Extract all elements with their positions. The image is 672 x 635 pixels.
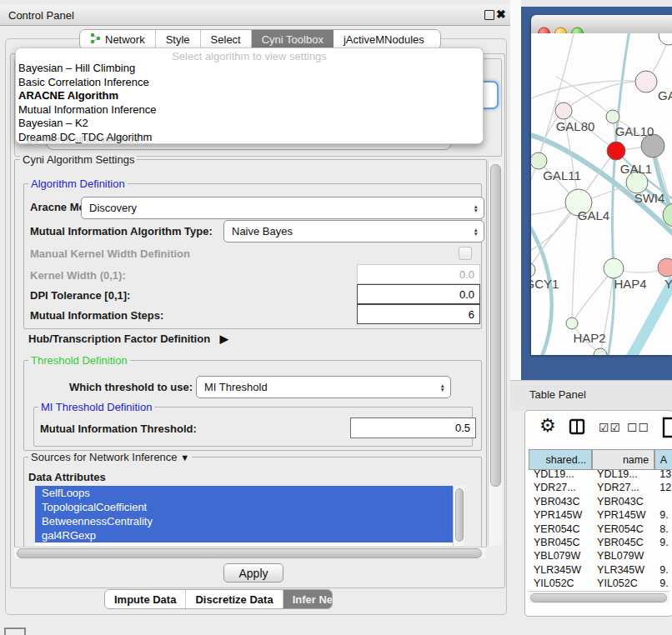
algorithm-popup-item[interactable]: Bayesian – K2 xyxy=(16,117,483,131)
algorithm-popup-item[interactable]: Basic Correlation Inference xyxy=(16,76,483,90)
mi-threshold-field[interactable]: 0.5 xyxy=(350,418,476,438)
tab-jactivemnodules[interactable]: jActiveMNodules xyxy=(333,30,434,49)
table-body: YDL19...YDL19...13YDR27...YDR27...12YBR0… xyxy=(529,468,672,590)
combo-stepper-icon: ▲▼ xyxy=(474,228,479,236)
table-row[interactable]: YDL19...YDL19...13 xyxy=(529,468,672,482)
network-node[interactable] xyxy=(531,262,535,278)
hub-definition-toggle[interactable]: Hub/Transcription Factor Definition ▶ xyxy=(28,332,228,345)
column-header[interactable]: A xyxy=(654,450,672,469)
tab-style[interactable]: Style xyxy=(156,30,201,49)
tab-network[interactable]: Network xyxy=(80,30,156,49)
which-threshold-label: Which threshold to use: xyxy=(69,381,193,393)
column-header[interactable]: shared... xyxy=(529,450,592,469)
attribute-list-item[interactable]: TopologicalCoefficient xyxy=(35,500,453,514)
scrollbar-thumb[interactable] xyxy=(455,488,464,542)
tab-select[interactable]: Select xyxy=(201,30,252,49)
hub-definition-label: Hub/Transcription Factor Definition xyxy=(28,332,210,345)
table-row[interactable]: YIL052CYIL052C9. xyxy=(529,578,672,590)
tab-label: jActiveMNodules xyxy=(344,33,424,46)
mi-type-combo[interactable]: Naive Bayes ▲▼ xyxy=(223,220,484,242)
network-window-titlebar[interactable] xyxy=(531,15,672,34)
network-edge[interactable] xyxy=(564,82,646,111)
table-panel-title: Table Panel xyxy=(529,388,586,401)
network-node[interactable] xyxy=(566,318,578,329)
table-row[interactable]: YLR345WYLR345W9. xyxy=(529,564,672,578)
network-node-label: GAL4 xyxy=(578,208,609,222)
table-toolbar: ⚙ ☑☑ ☐☐ xyxy=(525,411,672,448)
network-node[interactable] xyxy=(658,258,672,277)
kernel-width-field[interactable]: 0.0 xyxy=(357,264,480,284)
columns-icon[interactable] xyxy=(569,418,585,438)
network-node-label: HAP4 xyxy=(614,277,646,291)
select-all-checkboxes-icon[interactable]: ☑☑ xyxy=(599,421,621,434)
float-panel-icon[interactable] xyxy=(484,10,494,20)
table-cell: YER054C xyxy=(529,523,592,537)
table-window: ⚙ ☑☑ ☐☐ shared...nameA YDL19...YDL19...1… xyxy=(524,410,672,617)
attribute-list-item[interactable]: BetweennessCentrality xyxy=(35,514,453,528)
algorithm-popup-item[interactable]: ARACNE Algorithm xyxy=(16,89,483,103)
network-node[interactable] xyxy=(531,152,547,169)
mi-steps-label: Mutual Information Steps: xyxy=(30,309,163,322)
network-node[interactable] xyxy=(659,33,672,45)
sources-group-toggle[interactable]: Sources for Network Inference ▼ xyxy=(28,451,192,463)
attribute-list-item[interactable]: gal4RGexp xyxy=(35,528,453,542)
manual-kernel-checkbox[interactable] xyxy=(459,247,472,260)
table-cell: YIL052C xyxy=(592,578,654,590)
cyni-bottom-tabbar: Impute DataDiscretize DataInfer Network xyxy=(104,589,333,609)
network-node[interactable] xyxy=(606,110,619,123)
close-panel-icon[interactable]: ✖ xyxy=(496,8,506,21)
table-row[interactable]: YBL079WYBL079W xyxy=(529,550,672,563)
network-node[interactable] xyxy=(555,102,572,119)
network-node[interactable] xyxy=(607,142,625,160)
deselect-all-checkboxes-icon[interactable]: ☐☐ xyxy=(627,421,649,434)
table-header-row: shared...nameA xyxy=(529,449,672,470)
data-attributes-list[interactable]: SelfLoopsTopologicalCoefficientBetweenne… xyxy=(35,486,464,546)
network-window[interactable]: GALGAL80GAL10GAL11GAL1SWI4GAL4GCY1HAP4YH… xyxy=(531,15,672,355)
scrollbar-thumb[interactable] xyxy=(490,164,501,487)
bottom-tab-infer-network[interactable]: Infer Network xyxy=(283,590,333,608)
table-row[interactable]: YPR145WYPR145W9. xyxy=(529,509,672,522)
attribute-list-scrollbar[interactable] xyxy=(453,486,464,546)
algorithm-popup-item[interactable]: Bayesian – Hill Climbing xyxy=(16,62,483,76)
settings-horizontal-scrollbar[interactable] xyxy=(14,547,486,558)
collapse-down-icon: ▼ xyxy=(180,452,189,462)
algorithm-definition-title: Algorithm Definition xyxy=(28,178,128,190)
aracne-mode-combo[interactable]: Discovery ▲▼ xyxy=(81,197,484,219)
tab-cyni-toolbox[interactable]: Cyni Toolbox xyxy=(252,30,333,49)
algorithm-dropdown-popup: Select algorithm to view settings Bayesi… xyxy=(15,48,484,144)
settings-vertical-scrollbar[interactable] xyxy=(488,161,502,546)
bottom-tab-discretize-data[interactable]: Discretize Data xyxy=(186,590,283,608)
attribute-list-item[interactable]: SelfLoops xyxy=(35,486,453,500)
network-edge[interactable] xyxy=(531,81,646,98)
minimized-panel-widget[interactable] xyxy=(4,628,26,635)
gear-icon[interactable]: ⚙ xyxy=(539,415,556,437)
network-node-label: GAL80 xyxy=(556,119,595,133)
table-row[interactable]: YBR045CYBR045C9. xyxy=(529,537,672,550)
panel-divider[interactable] xyxy=(510,0,521,380)
table-cell: YIL052C xyxy=(529,578,592,590)
table-row[interactable]: YBR043CYBR043C xyxy=(529,496,672,509)
network-node-label: GAL10 xyxy=(615,124,654,138)
apply-button[interactable]: Apply xyxy=(223,563,283,582)
scrollbar-thumb[interactable] xyxy=(530,593,667,602)
scrollbar-thumb[interactable] xyxy=(17,548,482,558)
table-horizontal-scrollbar[interactable] xyxy=(529,591,669,603)
table-row[interactable]: YDR27...YDR27...12 xyxy=(529,482,672,495)
document-icon[interactable] xyxy=(662,417,672,442)
bottom-tab-impute-data[interactable]: Impute Data xyxy=(105,590,186,608)
which-threshold-combo[interactable]: MI Threshold ▲▼ xyxy=(196,376,451,398)
table-row[interactable]: YER054CYER054C8. xyxy=(529,523,672,537)
dpi-tolerance-field[interactable]: 0.0 xyxy=(357,284,480,304)
control-panel-titlebar: Control Panel xyxy=(0,5,510,26)
column-header[interactable]: name xyxy=(592,450,654,469)
network-node[interactable] xyxy=(635,71,657,92)
table-cell: 9. xyxy=(654,564,672,578)
network-node-label: HAP2 xyxy=(573,331,605,345)
app-root: Control Panel ✖ NetworkStyleSelectCyni T… xyxy=(0,0,672,635)
mi-steps-field[interactable]: 6 xyxy=(357,304,480,324)
network-node[interactable] xyxy=(604,258,624,278)
network-canvas[interactable]: GALGAL80GAL10GAL11GAL1SWI4GAL4GCY1HAP4YH… xyxy=(531,33,672,355)
network-node-label: GAL11 xyxy=(543,168,581,182)
algorithm-placeholder: Select algorithm to view settings xyxy=(16,48,483,62)
algorithm-popup-item[interactable]: Mutual Information Inference xyxy=(16,103,483,118)
